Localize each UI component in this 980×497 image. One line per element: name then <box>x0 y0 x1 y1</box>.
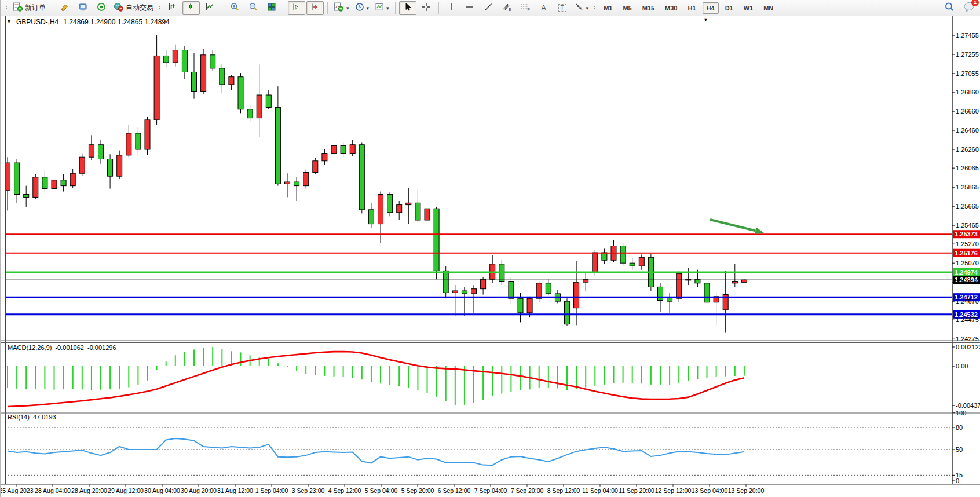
svg-text:30 Aug 04:00: 30 Aug 04:00 <box>144 487 180 494</box>
channel-icon: E <box>502 2 512 13</box>
tile-windows-button[interactable] <box>263 1 280 15</box>
svg-text:1.25865: 1.25865 <box>956 184 979 191</box>
svg-text:25 Aug 2023: 25 Aug 2023 <box>1 487 34 494</box>
toolbar-grip[interactable] <box>594 3 596 13</box>
toolbar-separator <box>284 2 284 14</box>
chevron-down-icon: ▾ <box>346 5 349 11</box>
vertical-line-tool[interactable] <box>443 1 460 15</box>
tab-timeframe-D1[interactable]: D1 <box>721 2 737 14</box>
periods-button[interactable]: ▾ <box>353 1 372 15</box>
cursor-tool-button[interactable] <box>399 1 416 15</box>
svg-text:8 Sep 12:00: 8 Sep 12:00 <box>547 487 580 494</box>
svg-text:12 Sep 12:00: 12 Sep 12:00 <box>655 487 692 494</box>
toolbar-separator <box>395 2 396 14</box>
tab-timeframe-H4[interactable]: H4 <box>703 2 719 14</box>
text-label-tool[interactable]: T <box>554 1 571 15</box>
auto-scroll-icon <box>292 2 301 13</box>
macd-panel: 0.0021230.00-0.004378 <box>8 343 980 409</box>
svg-text:7 Sep 20:00: 7 Sep 20:00 <box>511 487 544 494</box>
chevron-down-icon: ▾ <box>367 5 370 11</box>
svg-text:31 Aug 12:00: 31 Aug 12:00 <box>217 487 253 494</box>
styler-button[interactable] <box>56 1 73 15</box>
search-icon <box>944 2 955 14</box>
chat-button[interactable]: 1 <box>963 2 975 14</box>
svg-text:1.24475: 1.24475 <box>956 316 979 323</box>
indicators-icon <box>334 2 344 13</box>
arrows-icon <box>575 2 584 13</box>
svg-text:28 Aug 04:00: 28 Aug 04:00 <box>35 487 71 494</box>
search-button[interactable] <box>941 1 958 15</box>
signals-button[interactable] <box>93 1 110 15</box>
notification-badge: 1 <box>971 0 979 6</box>
tab-timeframe-M1[interactable]: M1 <box>599 2 616 14</box>
candlestick-chart-icon <box>187 2 196 13</box>
fibonacci-tool[interactable]: F <box>517 1 534 15</box>
line-chart-icon <box>205 2 214 13</box>
chevron-down-icon: ▾ <box>386 5 389 11</box>
auto-trading-button[interactable]: 自动交易 <box>111 1 156 15</box>
svg-text:13 Sep 04:00: 13 Sep 04:00 <box>692 487 728 494</box>
svg-text:E: E <box>509 8 511 12</box>
zoom-in-button[interactable] <box>226 1 243 15</box>
chart-menu-marker[interactable]: ▼ <box>703 17 708 23</box>
new-order-button[interactable]: 新订单 <box>10 1 48 15</box>
crosshair-tool-button[interactable] <box>418 1 435 15</box>
toolbar-separator <box>52 2 52 14</box>
chart-shift-button[interactable] <box>306 1 324 15</box>
timeframe-group: M1M5M15M30H1H4D1W1MN <box>598 2 778 14</box>
svg-text:0.00: 0.00 <box>956 363 968 370</box>
svg-text:1.25373: 1.25373 <box>955 231 978 237</box>
toolbar-grip[interactable] <box>5 3 8 13</box>
trend-arrow-annotation <box>710 220 764 234</box>
editor-icon <box>78 2 87 13</box>
trendline-tool[interactable] <box>480 1 497 15</box>
bar-chart-button[interactable] <box>164 1 181 15</box>
toolbar-separator <box>438 2 439 14</box>
svg-text:11 Sep 04:00: 11 Sep 04:00 <box>582 487 618 494</box>
horizontal-line-icon <box>465 2 474 13</box>
equidistant-channel-tool[interactable]: E <box>498 1 515 15</box>
toolbar-right: 1 <box>940 1 978 15</box>
horizontal-line-tool[interactable] <box>461 1 478 15</box>
svg-text:1.24974: 1.24974 <box>955 269 978 276</box>
tile-windows-icon <box>267 2 276 13</box>
svg-text:1.26065: 1.26065 <box>956 165 979 171</box>
svg-text:1.27055: 1.27055 <box>956 70 979 77</box>
line-chart-button[interactable] <box>201 1 218 15</box>
tab-timeframe-M15[interactable]: M15 <box>638 2 659 14</box>
svg-text:1.26460: 1.26460 <box>956 127 979 134</box>
toolbar: 新订单 自动交易 <box>1 0 980 16</box>
crayon-icon <box>60 2 69 13</box>
mt4-window: 新订单 自动交易 <box>0 0 980 497</box>
auto-trading-icon <box>114 2 124 13</box>
templates-button[interactable]: ▾ <box>372 1 392 15</box>
toolbar-separator <box>222 2 222 14</box>
tab-timeframe-M30[interactable]: M30 <box>661 2 681 14</box>
svg-text:1.24275: 1.24275 <box>956 335 979 342</box>
tab-timeframe-H1[interactable]: H1 <box>684 2 700 14</box>
zoom-in-icon <box>230 2 239 13</box>
metaeditor-button[interactable] <box>74 1 92 15</box>
tab-timeframe-M5[interactable]: M5 <box>619 2 635 14</box>
svg-text:1 Sep 04:00: 1 Sep 04:00 <box>255 487 288 494</box>
chart-canvas[interactable]: 1.253731.251761.249741.248941.247121.245… <box>1 0 980 497</box>
vertical-line-icon <box>448 2 455 13</box>
tab-timeframe-MN[interactable]: MN <box>759 2 777 14</box>
toolbar-grip[interactable] <box>159 3 161 13</box>
svg-text:30 Aug 20:00: 30 Aug 20:00 <box>181 487 217 494</box>
indicators-button[interactable]: ▾ <box>331 1 352 15</box>
candlestick-chart-button[interactable] <box>182 1 200 15</box>
arrows-tool[interactable]: ▾ <box>572 1 591 15</box>
svg-text:1.24670: 1.24670 <box>956 298 979 305</box>
auto-scroll-button[interactable] <box>288 1 305 15</box>
zoom-out-button[interactable] <box>244 1 262 15</box>
tab-timeframe-W1[interactable]: W1 <box>740 2 758 14</box>
svg-text:28 Aug 20:00: 28 Aug 20:00 <box>71 487 107 494</box>
chevron-down-icon: ▾ <box>586 5 589 11</box>
svg-text:1.25665: 1.25665 <box>956 203 979 210</box>
text-tool[interactable]: A <box>535 1 553 15</box>
svg-text:6 Sep 12:00: 6 Sep 12:00 <box>438 487 471 494</box>
svg-text:11 Sep 20:00: 11 Sep 20:00 <box>619 487 654 494</box>
template-icon <box>375 2 384 13</box>
time-axis: 25 Aug 202328 Aug 04:0028 Aug 20:0029 Au… <box>1 484 764 494</box>
